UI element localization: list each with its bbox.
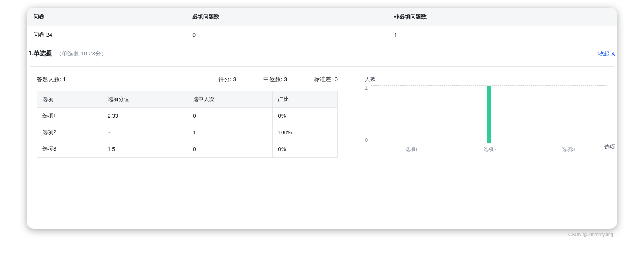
question-title-group: 1.单选题 （单选题 10.23分） — [29, 50, 107, 58]
stat-panel: 答题人数: 1 得分: 3 中位数: 3 标准差: 0 选项 选项分值 选中人次… — [29, 66, 615, 167]
table-header-row: 问卷 必填问题数 非必填问题数 — [27, 8, 617, 26]
chart-plot — [371, 85, 607, 143]
table-cell: 0% — [273, 141, 338, 158]
table-cell: 0 — [187, 108, 272, 124]
collapse-label: 收起 — [598, 50, 609, 57]
table-row: 选项231100% — [37, 124, 338, 141]
chart-bar-col — [371, 86, 450, 143]
chart-xlabel: 选项 — [604, 144, 615, 151]
chart-area: 1 0 — [365, 85, 607, 143]
stat-score: 得分: 3 — [218, 76, 236, 83]
table-cell: 选项1 — [37, 108, 102, 124]
chart-ytick: 1 — [365, 85, 368, 91]
table-header-row: 选项 选项分值 选中人次 占比 — [37, 91, 338, 108]
table-row: 选项31.500% — [37, 141, 338, 158]
question-subtitle: （单选题 10.23分） — [56, 50, 107, 57]
options-table: 选项 选项分值 选中人次 占比 选项12.3300%选项231100%选项31.… — [37, 91, 338, 158]
summary-cell-required: 0 — [186, 26, 388, 44]
chart-wrapper: 人数 1 0 选项1选项2选项3 选项 — [361, 76, 607, 153]
stat-median: 中位数: 3 — [263, 76, 287, 83]
summary-cell-optional: 1 — [388, 26, 617, 44]
collapse-toggle[interactable]: 收起 — [598, 50, 615, 57]
spacer — [27, 175, 617, 229]
question-title: 1.单选题 — [29, 50, 52, 58]
options-header-count: 选中人次 — [187, 91, 272, 108]
table-cell: 1.5 — [102, 141, 187, 158]
table-cell: 3 — [102, 124, 187, 141]
summary-header-survey: 问卷 — [27, 8, 186, 26]
table-row: 选项12.3300% — [37, 108, 338, 124]
chart-bar — [487, 86, 491, 143]
chart-ytick: 0 — [365, 137, 368, 143]
table-cell: 100% — [273, 124, 338, 141]
stat-left: 答题人数: 1 得分: 3 中位数: 3 标准差: 0 选项 选项分值 选中人次… — [37, 76, 338, 158]
summary-header-required: 必填问题数 — [186, 8, 388, 26]
chart-yaxis: 1 0 — [365, 85, 371, 143]
chart-xtick: 选项3 — [529, 146, 607, 153]
stat-stddev: 标准差: 0 — [314, 76, 338, 83]
stat-chart: 人数 1 0 选项1选项2选项3 选项 — [361, 76, 607, 158]
table-cell: 2.33 — [102, 108, 187, 124]
options-header-option: 选项 — [37, 91, 102, 108]
question-header: 1.单选题 （单选题 10.23分） 收起 — [27, 44, 617, 63]
content-wrapper: 问卷 必填问题数 非必填问题数 问卷-24 0 1 1.单选题 （单选题 10.… — [27, 8, 617, 229]
chart-xtick: 选项2 — [451, 146, 529, 153]
stat-answers: 答题人数: 1 — [37, 76, 66, 83]
page-container: 问卷 必填问题数 非必填问题数 问卷-24 0 1 1.单选题 （单选题 10.… — [27, 8, 617, 229]
table-cell: 1 — [187, 124, 272, 141]
table-cell: 选项3 — [37, 141, 102, 158]
summary-cell-survey: 问卷-24 — [27, 26, 186, 44]
options-header-score: 选项分值 — [102, 91, 187, 108]
stat-summary-row: 答题人数: 1 得分: 3 中位数: 3 标准差: 0 — [37, 76, 338, 83]
summary-header-optional: 非必填问题数 — [388, 8, 617, 26]
chart-bar-col — [528, 86, 607, 143]
summary-table: 问卷 必填问题数 非必填问题数 问卷-24 0 1 — [27, 8, 617, 44]
chevron-double-up-icon — [611, 52, 615, 56]
chart-ylabel: 人数 — [365, 76, 607, 83]
chart-xtick: 选项1 — [373, 146, 451, 153]
table-cell: 选项2 — [37, 124, 102, 141]
table-cell: 0% — [273, 108, 338, 124]
watermark: CSDN @Jimmmyking — [568, 232, 613, 237]
chart-bar-col — [450, 86, 529, 143]
table-row: 问卷-24 0 1 — [27, 26, 617, 44]
chart-xaxis: 选项1选项2选项3 — [365, 146, 607, 153]
chart-bars — [371, 86, 607, 143]
table-cell: 0 — [187, 141, 272, 158]
options-header-ratio: 占比 — [273, 91, 338, 108]
